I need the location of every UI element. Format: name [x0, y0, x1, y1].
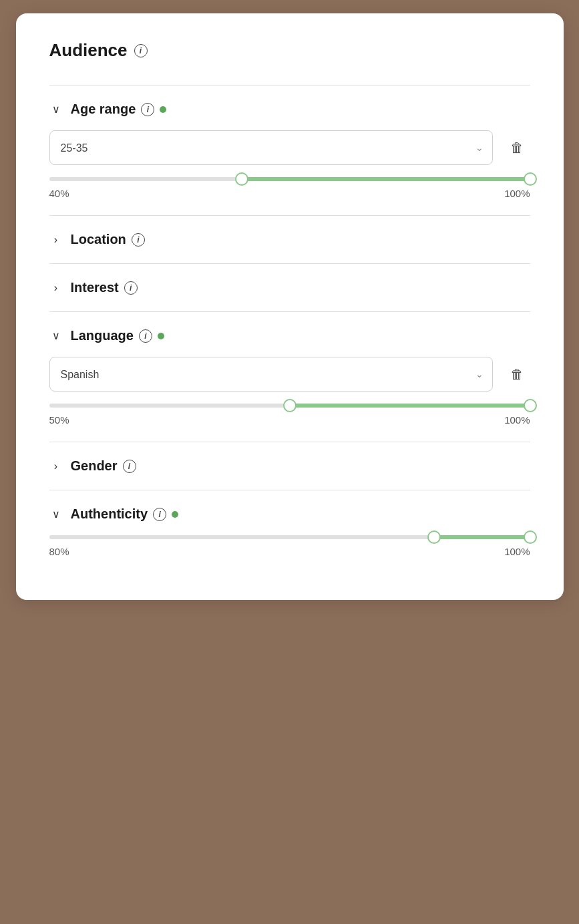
authenticity-range-fill — [434, 535, 530, 539]
age-range-slider-container: 40% 100% — [49, 177, 530, 199]
page-title-text: Audience — [49, 40, 128, 61]
authenticity-range-min-label: 80% — [49, 546, 69, 557]
language-chevron: ∨ — [49, 329, 63, 343]
authenticity-chevron: ∨ — [49, 508, 63, 521]
language-range-max-label: 100% — [504, 414, 530, 426]
language-info-icon[interactable]: i — [139, 329, 152, 343]
language-delete-icon: 🗑 — [510, 367, 524, 382]
audience-info-icon[interactable]: i — [134, 44, 148, 57]
age-range-thumb-left[interactable] — [235, 172, 248, 186]
language-select[interactable]: English Spanish French German Portuguese — [49, 357, 493, 392]
authenticity-body: 80% 100% — [49, 535, 530, 557]
authenticity-range-thumb-right[interactable] — [524, 530, 537, 544]
age-range-title: Age range i — [71, 102, 167, 117]
age-range-delete-icon: 🗑 — [510, 140, 524, 156]
age-range-info-icon[interactable]: i — [141, 103, 154, 116]
age-range-labels: 40% 100% — [49, 188, 530, 199]
age-range-max-label: 100% — [504, 188, 530, 199]
gender-title: Gender i — [71, 458, 136, 474]
location-title: Location i — [71, 232, 145, 247]
age-range-select-row: 18-24 25-35 36-45 46-55 56+ ⌄ 🗑 — [49, 130, 530, 165]
age-range-fill — [242, 177, 530, 181]
language-slider-container: 50% 100% — [49, 404, 530, 426]
page-title: Audience i — [49, 40, 530, 61]
location-chevron: › — [49, 233, 63, 247]
age-range-select-wrapper: 18-24 25-35 36-45 46-55 56+ ⌄ — [49, 130, 493, 165]
authenticity-range-thumb-left[interactable] — [427, 530, 441, 544]
language-range-min-label: 50% — [49, 414, 69, 426]
interest-section: › Interest i — [49, 263, 530, 311]
location-section: › Location i — [49, 215, 530, 263]
language-section: ∨ Language i English Spanish French Germ… — [49, 311, 530, 442]
interest-chevron: › — [49, 281, 63, 295]
authenticity-section: ∨ Authenticity i 80% 100% — [49, 490, 530, 573]
age-range-min-label: 40% — [49, 188, 69, 199]
age-range-delete-button[interactable]: 🗑 — [504, 134, 530, 161]
language-active-dot — [158, 333, 164, 339]
age-range-body: 18-24 25-35 36-45 46-55 56+ ⌄ 🗑 — [49, 130, 530, 199]
authenticity-range-track — [49, 535, 530, 539]
interest-info-icon[interactable]: i — [124, 281, 138, 295]
language-select-wrapper: English Spanish French German Portuguese… — [49, 357, 493, 392]
language-range-thumb-right[interactable] — [524, 399, 537, 412]
authenticity-slider-container: 80% 100% — [49, 535, 530, 557]
location-header[interactable]: › Location i — [49, 232, 530, 247]
authenticity-active-dot — [172, 511, 178, 518]
audience-card: Audience i ∨ Age range i 18-24 — [16, 13, 564, 600]
language-range-thumb-left[interactable] — [283, 399, 297, 412]
language-range-labels: 50% 100% — [49, 414, 530, 426]
language-delete-button[interactable]: 🗑 — [504, 361, 530, 388]
language-body: English Spanish French German Portuguese… — [49, 357, 530, 426]
interest-header[interactable]: › Interest i — [49, 280, 530, 295]
authenticity-title: Authenticity i — [71, 506, 179, 522]
authenticity-info-icon[interactable]: i — [153, 508, 166, 521]
language-header[interactable]: ∨ Language i — [49, 328, 530, 343]
age-range-active-dot — [160, 106, 166, 113]
age-range-track — [49, 177, 530, 181]
language-range-track — [49, 404, 530, 408]
language-range-fill — [290, 404, 530, 408]
language-select-row: English Spanish French German Portuguese… — [49, 357, 530, 392]
age-range-chevron: ∨ — [49, 103, 63, 116]
gender-chevron: › — [49, 460, 63, 473]
authenticity-range-max-label: 100% — [504, 546, 530, 557]
language-title: Language i — [71, 328, 164, 343]
authenticity-range-labels: 80% 100% — [49, 546, 530, 557]
authenticity-header[interactable]: ∨ Authenticity i — [49, 506, 530, 522]
age-range-header[interactable]: ∨ Age range i — [49, 102, 530, 117]
location-info-icon[interactable]: i — [132, 233, 145, 247]
gender-info-icon[interactable]: i — [123, 460, 136, 473]
gender-header[interactable]: › Gender i — [49, 458, 530, 474]
age-range-section: ∨ Age range i 18-24 25-35 36-45 46-55 — [49, 85, 530, 215]
interest-title: Interest i — [71, 280, 138, 295]
age-range-select[interactable]: 18-24 25-35 36-45 46-55 56+ — [49, 130, 493, 165]
gender-section: › Gender i — [49, 442, 530, 490]
age-range-thumb-right[interactable] — [524, 172, 537, 186]
